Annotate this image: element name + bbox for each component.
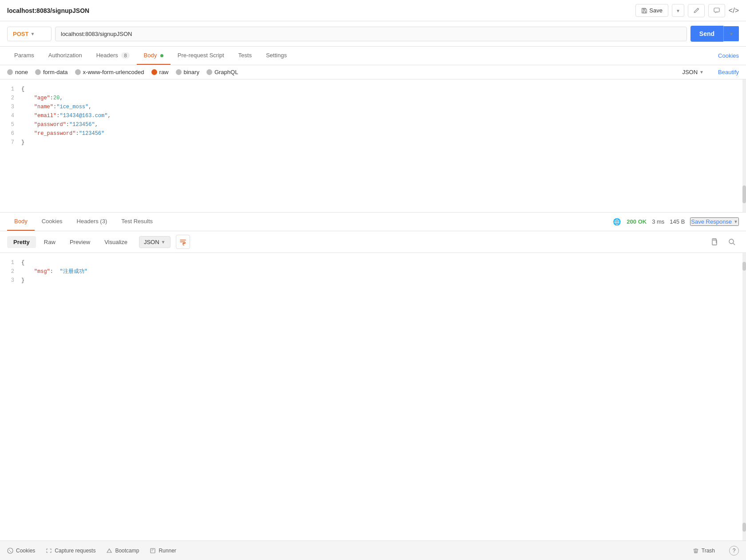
wrap-icon	[179, 238, 186, 245]
radio-graphql-icon	[206, 69, 212, 75]
tab-params[interactable]: Params	[7, 47, 41, 65]
pencil-icon	[693, 7, 700, 14]
svg-rect-1	[643, 8, 645, 10]
tab-authorization[interactable]: Authorization	[41, 47, 89, 65]
json-chevron-icon: ▼	[699, 70, 704, 75]
bottom-cookies[interactable]: Cookies	[7, 548, 35, 554]
response-tab-body[interactable]: Body	[7, 213, 35, 231]
url-input[interactable]	[55, 27, 687, 41]
edit-button[interactable]	[688, 4, 705, 17]
format-chevron-icon: ▼	[161, 240, 166, 245]
radio-none-icon	[7, 69, 13, 75]
search-response-button[interactable]	[725, 235, 739, 249]
top-bar-actions: Save ▼ </>	[635, 4, 739, 17]
response-tab-test-results[interactable]: Test Results	[114, 213, 160, 231]
bottom-bootcamp[interactable]: Bootcamp	[106, 548, 139, 554]
bottom-trash[interactable]: Trash	[693, 548, 715, 554]
save-button[interactable]: Save	[635, 4, 668, 17]
copy-icon	[710, 238, 718, 246]
option-form-data[interactable]: form-data	[35, 69, 68, 75]
option-none[interactable]: none	[7, 69, 28, 75]
globe-icon: 🌐	[613, 218, 621, 226]
body-active-dot	[160, 54, 163, 57]
send-dropdown-button[interactable]: ▼	[723, 26, 739, 41]
save-dropdown-button[interactable]: ▼	[672, 4, 684, 17]
comment-button[interactable]	[708, 4, 725, 17]
fmt-tab-raw[interactable]: Raw	[38, 236, 62, 248]
response-body: 1 2 3 { "msg": "注册成功" }	[0, 253, 746, 540]
response-time: 3 ms	[652, 218, 664, 225]
fmt-tab-pretty[interactable]: Pretty	[7, 236, 36, 248]
tab-body[interactable]: Body	[137, 47, 171, 65]
cookies-link[interactable]: Cookies	[718, 52, 739, 59]
svg-rect-0	[643, 11, 646, 12]
top-bar: localhost:8083/signupJSON Save ▼ </>	[0, 0, 746, 21]
svg-point-6	[8, 548, 13, 553]
response-actions	[707, 235, 739, 249]
comment-icon	[713, 7, 720, 14]
radio-binary-icon	[176, 69, 182, 75]
response-code-content: { "msg": "注册成功" }	[18, 256, 746, 287]
trash-icon	[693, 548, 699, 554]
save-response-chevron-icon: ▼	[734, 219, 738, 224]
fmt-tab-preview[interactable]: Preview	[63, 236, 96, 248]
search-icon	[728, 238, 736, 246]
response-section: Body Cookies Headers (3) Test Results 🌐 …	[0, 213, 746, 540]
svg-point-8	[10, 551, 11, 552]
fmt-tab-visualize[interactable]: Visualize	[98, 236, 134, 248]
word-wrap-button[interactable]	[176, 235, 190, 249]
tab-tests[interactable]: Tests	[231, 47, 259, 65]
send-chevron-icon: ▼	[729, 32, 734, 36]
url-bar: POST ▼ Send ▼	[0, 21, 746, 47]
code-icon[interactable]: </>	[729, 7, 739, 15]
capture-icon	[46, 548, 52, 554]
page-title: localhost:8083/signupJSON	[7, 7, 89, 14]
line-numbers: 1 2 3 4 5 6 7	[0, 83, 18, 149]
runner-icon	[150, 548, 156, 554]
response-size: 145 B	[670, 218, 685, 225]
tab-pre-request-script[interactable]: Pre-request Script	[171, 47, 231, 65]
svg-line-5	[733, 243, 735, 245]
tab-settings[interactable]: Settings	[259, 47, 294, 65]
request-body-editor: 1 2 3 4 5 6 7 { "age":20, "name":"ice_mo…	[0, 79, 746, 213]
response-tab-headers[interactable]: Headers (3)	[70, 213, 115, 231]
code-content[interactable]: { "age":20, "name":"ice_moss", "email":"…	[18, 83, 746, 149]
send-button-group: Send ▼	[690, 26, 739, 42]
response-scrollbar[interactable]	[742, 253, 746, 540]
bottom-capture[interactable]: Capture requests	[46, 548, 95, 554]
save-icon	[641, 8, 647, 14]
response-format-bar: Pretty Raw Preview Visualize JSON ▼	[0, 231, 746, 253]
response-line-numbers: 1 2 3	[0, 256, 18, 287]
tab-headers[interactable]: Headers 8	[89, 47, 137, 65]
status-badge: 200 OK	[627, 218, 647, 225]
headers-badge: 8	[121, 52, 129, 59]
response-format-dropdown[interactable]: JSON ▼	[139, 236, 171, 248]
svg-point-4	[729, 239, 734, 244]
cookies-icon	[7, 548, 13, 554]
bootcamp-icon	[106, 548, 112, 554]
beautify-button[interactable]: Beautify	[718, 69, 739, 75]
bottom-bar: Cookies Capture requests Bootcamp Runner…	[0, 540, 746, 560]
send-main-button[interactable]: Send	[690, 26, 723, 42]
body-options-bar: none form-data x-www-form-urlencoded raw…	[0, 65, 746, 79]
json-format-dropdown[interactable]: JSON ▼	[682, 69, 704, 75]
option-graphql[interactable]: GraphQL	[206, 69, 238, 75]
save-response-button[interactable]: Save Response ▼	[690, 217, 739, 226]
editor-scrollbar[interactable]	[742, 79, 746, 212]
response-meta: 🌐 200 OK 3 ms 145 B Save Response ▼	[613, 217, 739, 226]
method-chevron-icon: ▼	[30, 32, 35, 36]
chevron-down-icon: ▼	[676, 8, 680, 13]
option-binary[interactable]: binary	[176, 69, 199, 75]
help-button[interactable]: ?	[729, 546, 739, 556]
method-dropdown[interactable]: POST ▼	[7, 27, 52, 41]
svg-rect-2	[714, 8, 719, 12]
option-raw[interactable]: raw	[151, 69, 169, 75]
response-tab-cookies[interactable]: Cookies	[35, 213, 70, 231]
bottom-runner[interactable]: Runner	[150, 548, 176, 554]
radio-formdata-icon	[35, 69, 41, 75]
option-urlencoded[interactable]: x-www-form-urlencoded	[75, 69, 144, 75]
copy-response-button[interactable]	[707, 235, 721, 249]
method-label: POST	[13, 31, 28, 37]
request-tabs-bar: Params Authorization Headers 8 Body Pre-…	[0, 47, 746, 65]
svg-point-7	[9, 550, 10, 551]
